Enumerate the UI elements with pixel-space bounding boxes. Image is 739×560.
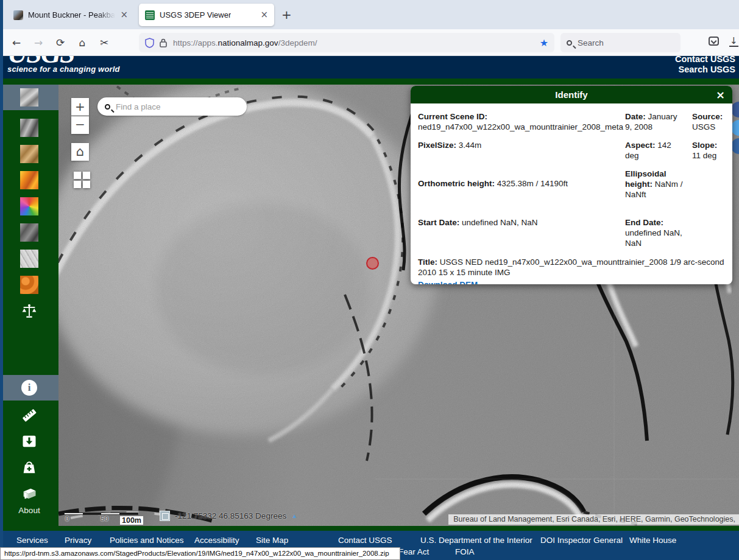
zoom-in-button[interactable]: + <box>71 98 89 116</box>
footer-link-privacy[interactable]: Privacy <box>65 536 91 545</box>
usgs-tagline: science for a changing world <box>7 65 120 74</box>
aspect-field: Aspect: 142 deg <box>625 140 686 161</box>
identify-tool-selected[interactable]: i <box>0 375 58 401</box>
browser-window: Mount Buckner - Peakbagger.co × USGS 3DE… <box>0 0 739 560</box>
date-field: Date: January 9, 2008 <box>625 111 686 132</box>
compare-tool[interactable] <box>0 299 58 324</box>
basemap-gallery-icon[interactable] <box>74 172 90 188</box>
layer-slope-map[interactable] <box>0 272 58 298</box>
layer-aspect-map[interactable] <box>0 167 58 193</box>
address-bar[interactable]: https://apps.nationalmap.gov/3depdem/ ★ <box>139 33 554 52</box>
tab-bar: Mount Buckner - Peakbagger.co × USGS 3DE… <box>0 0 739 29</box>
usgs-site-header: USGS science for a changing world Contac… <box>0 56 739 79</box>
close-icon[interactable]: × <box>716 86 725 103</box>
screenshot-tool-icon[interactable]: ✂ <box>96 35 112 50</box>
aspect-map-thumb-icon <box>20 171 38 189</box>
layer-hillshade-gray-selected[interactable] <box>0 85 58 110</box>
scene-id-field: Current Scene ID:ned19_n47x00_w122x00_wa… <box>418 111 619 132</box>
search-input[interactable] <box>578 38 664 47</box>
map-canvas[interactable]: + − ⌂ 0 50 100m <box>58 85 739 526</box>
tab-title: USGS 3DEP Viewer <box>160 10 231 19</box>
footer-link-doi-inspector[interactable]: DOI Inspector General <box>540 536 623 545</box>
balance-scale-icon <box>21 303 38 320</box>
pocket-icon[interactable] <box>709 37 719 46</box>
tab-close-icon[interactable]: × <box>120 10 128 19</box>
footer-link-sitemap[interactable]: Site Map <box>256 536 288 545</box>
layer-aspect-degrees[interactable] <box>0 194 58 219</box>
window-border <box>0 0 3 560</box>
scale-bar-labels: 0 50 100m <box>64 515 149 523</box>
measure-tool[interactable] <box>0 402 58 428</box>
downloads-icon[interactable]: ↓ <box>729 37 738 47</box>
layer-sidebar: i <box>0 85 58 526</box>
zoom-out-button[interactable]: − <box>71 116 89 134</box>
search-icon <box>105 104 110 110</box>
add-data-icon <box>21 459 38 476</box>
elevation-tinted-thumb-icon <box>20 145 38 163</box>
start-date-field: Start Date: undefined NaN, NaN <box>418 208 619 248</box>
coordinate-widget[interactable]: -121.75332 46.85163 Degrees ▲ <box>160 511 297 521</box>
identify-title: Identify <box>555 89 587 100</box>
contact-usgs-link[interactable]: Contact USGS <box>675 56 735 65</box>
find-place-search[interactable] <box>97 97 247 116</box>
search-icon <box>567 40 572 46</box>
tab-peakbagger[interactable]: Mount Buckner - Peakbagger.co × <box>7 4 134 26</box>
footer-link-policies[interactable]: Policies and Notices <box>110 536 184 545</box>
download-icon <box>21 433 38 450</box>
download-dem-link[interactable]: Download DEM <box>418 279 478 284</box>
layer-hillshade-multidirectional[interactable] <box>0 115 58 141</box>
footer-link-accessibility[interactable]: Accessibility <box>194 536 239 545</box>
browser-home-icon[interactable]: ⌂ <box>74 35 90 50</box>
bookmarks-tool[interactable] <box>0 481 58 506</box>
layer-elevation-tinted[interactable] <box>0 141 58 167</box>
bookmark-star-icon[interactable]: ★ <box>540 37 548 49</box>
info-icon: i <box>21 380 37 396</box>
slope-map-thumb-icon <box>20 276 38 294</box>
aspect-degrees-thumb-icon <box>20 197 38 215</box>
identify-panel: Identify × Current Scene ID:ned19_n47x00… <box>411 86 732 284</box>
footer-link-contact-usgs[interactable]: Contact USGS <box>338 536 392 545</box>
usgs-favicon <box>145 10 155 20</box>
find-place-input[interactable] <box>116 102 224 111</box>
search-usgs-link[interactable]: Search USGS <box>675 65 735 75</box>
coordinate-readout: -121.75332 46.85163 Degrees <box>175 511 286 520</box>
about-link[interactable]: About <box>0 506 58 515</box>
reload-icon[interactable]: ⟳ <box>52 35 68 50</box>
layer-slope-gray[interactable] <box>0 220 58 245</box>
contour-thumb-icon <box>20 250 38 268</box>
scale-bar: 0 50 100m <box>64 513 149 523</box>
identify-point-marker[interactable] <box>366 257 379 270</box>
usgs-logo[interactable]: USGS science for a changing world <box>7 56 120 74</box>
tracking-protection-shield-icon[interactable] <box>145 38 154 48</box>
footer-link-services[interactable]: Services <box>16 536 48 545</box>
download-tool[interactable] <box>0 429 58 454</box>
footer-link-white-house[interactable]: White House <box>629 536 676 545</box>
browser-toolbar: ← → ⟳ ⌂ ✂ https://apps.nationalmap.gov/3… <box>0 29 739 56</box>
usgs-3dep-page: USGS science for a changing world Contac… <box>0 56 739 560</box>
tab-close-icon[interactable]: × <box>260 10 268 19</box>
hillshade-multidirectional-thumb-icon <box>20 119 38 137</box>
browser-search-box[interactable] <box>560 33 681 52</box>
forward-icon[interactable]: → <box>30 35 46 50</box>
add-data-tool[interactable] <box>0 455 58 480</box>
header-links: Contact USGS Search USGS <box>675 56 735 75</box>
coordinate-expand-icon[interactable]: ▲ <box>291 513 297 519</box>
green-divider <box>0 79 739 85</box>
footer-link-doi[interactable]: U.S. Department of the Interior <box>420 536 532 545</box>
hillshade-gray-thumb-icon <box>20 88 38 107</box>
orthometric-height-field: Orthometric height: 4325.38m / 14190ft <box>418 169 619 200</box>
lock-icon <box>160 38 167 47</box>
back-icon[interactable]: ← <box>9 35 24 50</box>
footer-link-foia[interactable]: FOIA <box>455 547 475 556</box>
end-date-field: End Date: undefined NaN, NaN <box>625 208 686 248</box>
ruler-icon <box>21 407 38 424</box>
coordinate-map-icon[interactable] <box>160 511 170 521</box>
layer-contour[interactable] <box>0 246 58 271</box>
green-divider <box>0 526 739 531</box>
slope-field: Slope: 11 deg <box>692 140 725 161</box>
identify-panel-header: Identify × <box>411 86 732 103</box>
map-home-button[interactable]: ⌂ <box>71 143 89 161</box>
new-tab-button[interactable]: + <box>281 7 292 22</box>
status-bar-url: https://prd-tnm.s3.amazonaws.com/StagedP… <box>0 547 400 560</box>
tab-usgs-3dep-viewer[interactable]: USGS 3DEP Viewer × <box>139 4 274 26</box>
